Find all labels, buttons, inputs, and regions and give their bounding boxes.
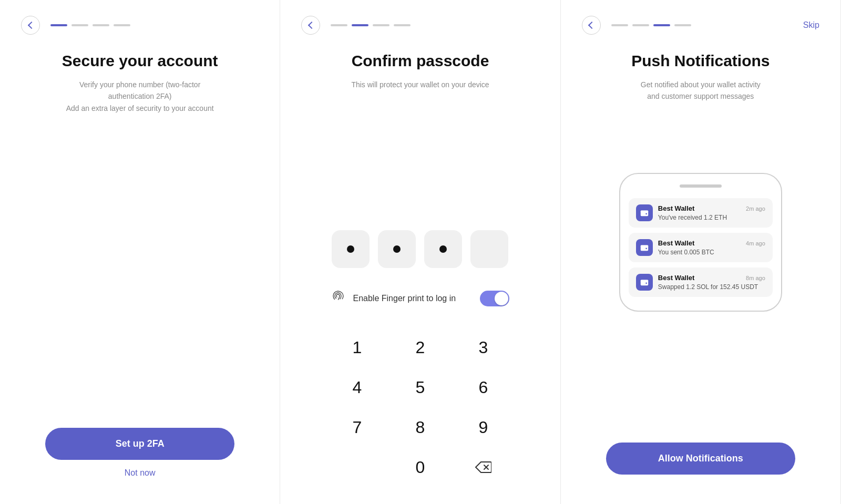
back-arrow-icon-3 — [588, 22, 596, 29]
num-key-3[interactable]: 3 — [462, 332, 504, 363]
notif1-time: 2m ago — [746, 205, 765, 212]
fingerprint-icon — [331, 289, 345, 307]
secure-account-subtitle: Verify your phone number (two-factor aut… — [66, 79, 214, 114]
p3-dot-2 — [632, 24, 649, 26]
passcode-dot-4 — [470, 230, 508, 268]
panel1-nav — [21, 16, 259, 35]
notif1-msg: You've received 1.2 ETH — [658, 214, 765, 221]
svg-point-4 — [645, 213, 647, 215]
confirm-passcode-title: Confirm passcode — [352, 52, 489, 70]
panel3-progress — [611, 24, 803, 26]
back-arrow-icon — [27, 22, 35, 29]
svg-point-7 — [645, 248, 647, 250]
notif2-title: Best Wallet — [658, 239, 695, 247]
progress-dot-4 — [114, 24, 130, 26]
push-notifications-subtitle: Get notified about your wallet activity … — [641, 79, 761, 102]
skip-button[interactable]: Skip — [803, 20, 819, 30]
num-key-5[interactable]: 5 — [399, 372, 441, 403]
notif3-title: Best Wallet — [658, 274, 695, 282]
progress-dot-3 — [93, 24, 109, 26]
wallet-icon-1 — [636, 204, 653, 221]
p3-dot-3 — [653, 24, 670, 26]
passcode-dot-1 — [332, 230, 370, 268]
push-notifications-panel: Skip Push Notifications Get notified abo… — [561, 0, 841, 504]
not-now-button[interactable]: Not now — [125, 468, 156, 478]
wallet-icon-3 — [636, 274, 653, 291]
notif3-msg: Swapped 1.2 SOL for 152.45 USDT — [658, 283, 765, 291]
p3-dot-4 — [674, 24, 691, 26]
num-key-8[interactable]: 8 — [399, 412, 441, 443]
panel3-nav: Skip — [582, 16, 819, 35]
notif3-time: 8m ago — [746, 275, 765, 281]
svg-rect-9 — [641, 280, 648, 282]
back-arrow-icon-2 — [308, 22, 315, 29]
progress-dot-2 — [71, 24, 88, 26]
passcode-indicator — [332, 230, 508, 268]
num-key-0[interactable]: 0 — [399, 451, 441, 483]
p3-dot-1 — [611, 24, 628, 26]
panel1-progress — [50, 24, 259, 26]
panel1-back-button[interactable] — [21, 16, 40, 35]
notif1-title: Best Wallet — [658, 204, 695, 212]
numpad: 1 2 3 4 5 6 7 8 9 0 — [336, 332, 504, 483]
svg-rect-3 — [641, 211, 648, 213]
svg-rect-6 — [641, 245, 648, 248]
p2-dot-1 — [331, 24, 347, 26]
phone-mockup: Best Wallet 2m ago You've received 1.2 E… — [619, 173, 782, 312]
notif2-time: 4m ago — [746, 240, 765, 246]
p2-dot-2 — [352, 24, 368, 26]
notification-card-2: Best Wallet 4m ago You sent 0.005 BTC — [629, 233, 773, 262]
notif2-msg: You sent 0.005 BTC — [658, 249, 765, 256]
confirm-passcode-panel: Confirm passcode This will protect your … — [280, 0, 560, 504]
panel2-progress — [331, 24, 539, 26]
secure-account-title: Secure your account — [62, 52, 218, 70]
setup-2fa-button[interactable]: Set up 2FA — [45, 428, 234, 460]
num-key-1[interactable]: 1 — [336, 332, 378, 363]
notification-card-3: Best Wallet 8m ago Swapped 1.2 SOL for 1… — [629, 268, 773, 297]
fingerprint-toggle[interactable] — [480, 291, 509, 306]
panel2-back-button[interactable] — [301, 16, 320, 35]
passcode-dot-3 — [424, 230, 462, 268]
fingerprint-row: Enable Finger print to log in — [320, 289, 520, 307]
progress-dot-1 — [50, 24, 67, 26]
push-notifications-title: Push Notifications — [631, 52, 770, 70]
panel2-nav — [301, 16, 539, 35]
num-key-9[interactable]: 9 — [462, 412, 504, 443]
num-key-2[interactable]: 2 — [399, 332, 441, 363]
panel3-back-button[interactable] — [582, 16, 601, 35]
phone-notch — [680, 184, 722, 188]
p2-dot-3 — [373, 24, 389, 26]
wallet-icon-2 — [636, 239, 653, 256]
passcode-dot-2 — [378, 230, 416, 268]
num-key-7[interactable]: 7 — [336, 412, 378, 443]
p2-dot-4 — [394, 24, 411, 26]
allow-notifications-button[interactable]: Allow Notifications — [606, 443, 795, 475]
num-key-delete[interactable] — [462, 451, 504, 483]
svg-point-10 — [645, 283, 647, 284]
num-key-4[interactable]: 4 — [336, 372, 378, 403]
secure-account-panel: Secure your account Verify your phone nu… — [0, 0, 280, 504]
num-key-6[interactable]: 6 — [462, 372, 504, 403]
fingerprint-label: Enable Finger print to log in — [353, 294, 473, 303]
confirm-passcode-subtitle: This will protect your wallet on your de… — [351, 79, 489, 90]
notification-card-1: Best Wallet 2m ago You've received 1.2 E… — [629, 198, 773, 228]
